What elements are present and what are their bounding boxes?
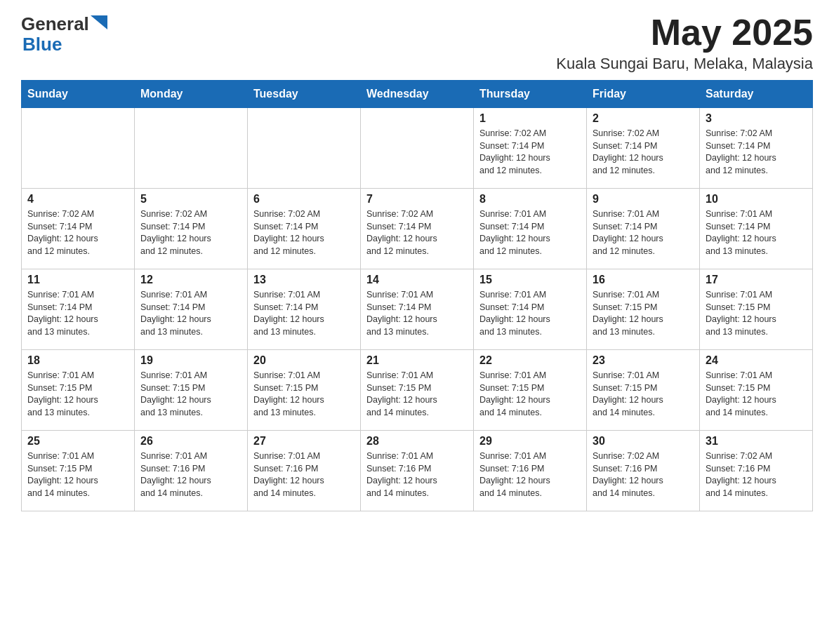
day-number: 4: [27, 193, 128, 206]
calendar-cell: 2Sunrise: 7:02 AMSunset: 7:14 PMDaylight…: [587, 108, 700, 189]
calendar-cell: 20Sunrise: 7:01 AMSunset: 7:15 PMDayligh…: [248, 350, 361, 431]
calendar-cell: 8Sunrise: 7:01 AMSunset: 7:14 PMDaylight…: [474, 189, 587, 269]
day-info: Sunrise: 7:01 AMSunset: 7:15 PMDaylight:…: [706, 289, 807, 338]
calendar-cell: 7Sunrise: 7:02 AMSunset: 7:14 PMDaylight…: [361, 189, 474, 269]
title-area: May 2025 Kuala Sungai Baru, Melaka, Mala…: [556, 14, 813, 73]
day-info: Sunrise: 7:01 AMSunset: 7:14 PMDaylight:…: [593, 208, 694, 257]
day-number: 2: [593, 112, 694, 125]
calendar-cell: 21Sunrise: 7:01 AMSunset: 7:15 PMDayligh…: [361, 350, 474, 431]
calendar-cell: 6Sunrise: 7:02 AMSunset: 7:14 PMDaylight…: [248, 189, 361, 269]
calendar-cell: 30Sunrise: 7:02 AMSunset: 7:16 PMDayligh…: [587, 431, 700, 511]
day-info: Sunrise: 7:01 AMSunset: 7:16 PMDaylight:…: [140, 450, 241, 499]
day-info: Sunrise: 7:01 AMSunset: 7:16 PMDaylight:…: [366, 450, 468, 499]
calendar-cell: 13Sunrise: 7:01 AMSunset: 7:14 PMDayligh…: [248, 269, 361, 350]
weekday-header-row: SundayMondayTuesdayWednesdayThursdayFrid…: [22, 81, 813, 108]
day-number: 19: [140, 354, 241, 367]
calendar-cell: [135, 108, 248, 189]
weekday-header-tuesday: Tuesday: [248, 81, 361, 108]
day-number: 28: [366, 435, 468, 448]
day-info: Sunrise: 7:01 AMSunset: 7:16 PMDaylight:…: [253, 450, 355, 499]
day-number: 8: [479, 193, 581, 206]
calendar-cell: 10Sunrise: 7:01 AMSunset: 7:14 PMDayligh…: [700, 189, 813, 269]
weekday-header-friday: Friday: [587, 81, 700, 108]
calendar-table: SundayMondayTuesdayWednesdayThursdayFrid…: [21, 80, 813, 511]
day-info: Sunrise: 7:02 AMSunset: 7:14 PMDaylight:…: [27, 208, 128, 257]
day-info: Sunrise: 7:01 AMSunset: 7:14 PMDaylight:…: [27, 289, 128, 338]
day-info: Sunrise: 7:01 AMSunset: 7:15 PMDaylight:…: [706, 370, 807, 419]
day-number: 5: [140, 193, 241, 206]
calendar-cell: [22, 108, 135, 189]
day-info: Sunrise: 7:01 AMSunset: 7:15 PMDaylight:…: [140, 370, 241, 419]
day-info: Sunrise: 7:01 AMSunset: 7:14 PMDaylight:…: [253, 289, 355, 338]
day-info: Sunrise: 7:01 AMSunset: 7:14 PMDaylight:…: [140, 289, 241, 338]
day-info: Sunrise: 7:02 AMSunset: 7:14 PMDaylight:…: [253, 208, 355, 257]
day-info: Sunrise: 7:01 AMSunset: 7:15 PMDaylight:…: [253, 370, 355, 419]
calendar-cell: 1Sunrise: 7:02 AMSunset: 7:14 PMDaylight…: [474, 108, 587, 189]
day-info: Sunrise: 7:01 AMSunset: 7:15 PMDaylight:…: [27, 370, 128, 419]
day-number: 21: [366, 354, 468, 367]
calendar-cell: 26Sunrise: 7:01 AMSunset: 7:16 PMDayligh…: [135, 431, 248, 511]
calendar-cell: 4Sunrise: 7:02 AMSunset: 7:14 PMDaylight…: [22, 189, 135, 269]
day-info: Sunrise: 7:02 AMSunset: 7:16 PMDaylight:…: [593, 450, 694, 499]
day-info: Sunrise: 7:01 AMSunset: 7:15 PMDaylight:…: [27, 450, 128, 499]
day-number: 26: [140, 435, 241, 448]
header: General Blue May 2025 Kuala Sungai Baru,…: [21, 14, 813, 73]
day-number: 7: [366, 193, 468, 206]
day-info: Sunrise: 7:01 AMSunset: 7:14 PMDaylight:…: [479, 289, 581, 338]
day-number: 20: [253, 354, 355, 367]
day-number: 23: [593, 354, 694, 367]
day-number: 11: [27, 274, 128, 286]
day-info: Sunrise: 7:01 AMSunset: 7:15 PMDaylight:…: [366, 370, 468, 419]
day-number: 17: [706, 274, 807, 286]
logo: General Blue: [21, 14, 107, 54]
day-info: Sunrise: 7:02 AMSunset: 7:14 PMDaylight:…: [366, 208, 468, 257]
calendar-cell: 15Sunrise: 7:01 AMSunset: 7:14 PMDayligh…: [474, 269, 587, 350]
svg-marker-0: [91, 15, 107, 29]
calendar-cell: 31Sunrise: 7:02 AMSunset: 7:16 PMDayligh…: [700, 431, 813, 511]
day-number: 3: [706, 112, 807, 125]
day-number: 24: [706, 354, 807, 367]
calendar-cell: 12Sunrise: 7:01 AMSunset: 7:14 PMDayligh…: [135, 269, 248, 350]
day-info: Sunrise: 7:01 AMSunset: 7:15 PMDaylight:…: [593, 289, 694, 338]
logo-blue-text: Blue: [22, 34, 107, 55]
calendar-cell: 23Sunrise: 7:01 AMSunset: 7:15 PMDayligh…: [587, 350, 700, 431]
day-info: Sunrise: 7:01 AMSunset: 7:15 PMDaylight:…: [593, 370, 694, 419]
week-row-2: 4Sunrise: 7:02 AMSunset: 7:14 PMDaylight…: [22, 189, 813, 269]
location-title: Kuala Sungai Baru, Melaka, Malaysia: [556, 55, 813, 73]
day-number: 31: [706, 435, 807, 448]
calendar-cell: 28Sunrise: 7:01 AMSunset: 7:16 PMDayligh…: [361, 431, 474, 511]
weekday-header-sunday: Sunday: [22, 81, 135, 108]
day-info: Sunrise: 7:01 AMSunset: 7:14 PMDaylight:…: [479, 208, 581, 257]
calendar-cell: 27Sunrise: 7:01 AMSunset: 7:16 PMDayligh…: [248, 431, 361, 511]
day-info: Sunrise: 7:01 AMSunset: 7:14 PMDaylight:…: [366, 289, 468, 338]
day-number: 12: [140, 274, 241, 286]
calendar-cell: 3Sunrise: 7:02 AMSunset: 7:14 PMDaylight…: [700, 108, 813, 189]
day-number: 10: [706, 193, 807, 206]
day-number: 27: [253, 435, 355, 448]
calendar-cell: 5Sunrise: 7:02 AMSunset: 7:14 PMDaylight…: [135, 189, 248, 269]
week-row-1: 1Sunrise: 7:02 AMSunset: 7:14 PMDaylight…: [22, 108, 813, 189]
calendar-cell: 25Sunrise: 7:01 AMSunset: 7:15 PMDayligh…: [22, 431, 135, 511]
calendar-cell: 11Sunrise: 7:01 AMSunset: 7:14 PMDayligh…: [22, 269, 135, 350]
calendar-cell: 14Sunrise: 7:01 AMSunset: 7:14 PMDayligh…: [361, 269, 474, 350]
logo-general-text: General: [21, 14, 89, 34]
calendar-cell: 29Sunrise: 7:01 AMSunset: 7:16 PMDayligh…: [474, 431, 587, 511]
day-number: 1: [479, 112, 581, 125]
day-number: 29: [479, 435, 581, 448]
day-number: 30: [593, 435, 694, 448]
calendar-cell: [361, 108, 474, 189]
day-info: Sunrise: 7:01 AMSunset: 7:15 PMDaylight:…: [479, 370, 581, 419]
logo-icon: [91, 15, 107, 32]
day-info: Sunrise: 7:01 AMSunset: 7:16 PMDaylight:…: [479, 450, 581, 499]
weekday-header-wednesday: Wednesday: [361, 81, 474, 108]
calendar-cell: 17Sunrise: 7:01 AMSunset: 7:15 PMDayligh…: [700, 269, 813, 350]
calendar-cell: 16Sunrise: 7:01 AMSunset: 7:15 PMDayligh…: [587, 269, 700, 350]
day-info: Sunrise: 7:02 AMSunset: 7:14 PMDaylight:…: [593, 128, 694, 177]
day-number: 6: [253, 193, 355, 206]
day-number: 22: [479, 354, 581, 367]
calendar-cell: 22Sunrise: 7:01 AMSunset: 7:15 PMDayligh…: [474, 350, 587, 431]
day-info: Sunrise: 7:01 AMSunset: 7:14 PMDaylight:…: [706, 208, 807, 257]
weekday-header-thursday: Thursday: [474, 81, 587, 108]
day-info: Sunrise: 7:02 AMSunset: 7:14 PMDaylight:…: [479, 128, 581, 177]
calendar-cell: 9Sunrise: 7:01 AMSunset: 7:14 PMDaylight…: [587, 189, 700, 269]
